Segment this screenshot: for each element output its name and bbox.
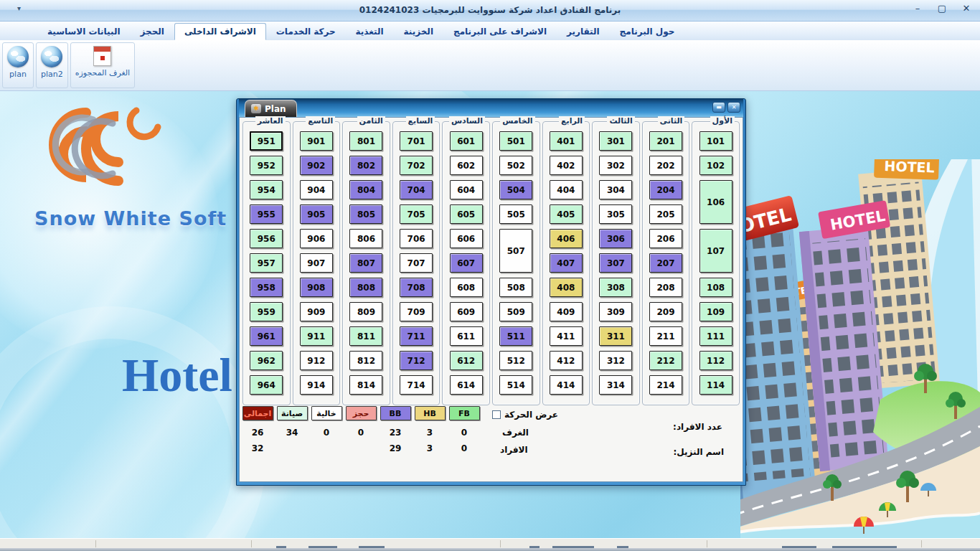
room-311[interactable]: 311 (599, 326, 632, 346)
room-704[interactable]: 704 (400, 180, 433, 199)
room-912[interactable]: 912 (300, 351, 333, 370)
legend-hb-button[interactable]: HB (415, 406, 446, 420)
room-911[interactable]: 911 (300, 326, 333, 346)
room-804[interactable]: 804 (349, 180, 382, 199)
room-108[interactable]: 108 (699, 278, 732, 297)
room-109[interactable]: 109 (699, 302, 732, 321)
room-909[interactable]: 909 (300, 302, 333, 321)
room-604[interactable]: 604 (450, 180, 483, 199)
room-907[interactable]: 907 (300, 253, 333, 273)
room-304[interactable]: 304 (599, 180, 632, 199)
room-101[interactable]: 101 (699, 131, 732, 151)
close-button[interactable]: ✕ (960, 3, 973, 14)
tab-about-program[interactable]: حول البرنامج (610, 23, 685, 40)
room-805[interactable]: 805 (349, 204, 382, 224)
room-807[interactable]: 807 (349, 253, 382, 273)
tab-basic-data[interactable]: البيانات الاساسية (37, 23, 131, 40)
room-211[interactable]: 211 (649, 326, 682, 346)
room-201[interactable]: 201 (649, 131, 682, 151)
room-958[interactable]: 958 (250, 278, 283, 297)
tab-services-movement[interactable]: حركة الخدمات (266, 23, 346, 40)
room-901[interactable]: 901 (300, 131, 333, 151)
room-502[interactable]: 502 (499, 156, 532, 175)
room-102[interactable]: 102 (699, 156, 732, 175)
room-961[interactable]: 961 (250, 326, 283, 346)
plan-window-tab[interactable]: ✱ Plan (245, 100, 297, 117)
room-512[interactable]: 512 (499, 351, 532, 370)
room-401[interactable]: 401 (550, 131, 583, 151)
room-514[interactable]: 514 (499, 375, 532, 395)
room-608[interactable]: 608 (450, 278, 483, 297)
room-106[interactable]: 106 (699, 180, 732, 224)
room-905[interactable]: 905 (300, 204, 333, 224)
room-308[interactable]: 308 (599, 278, 632, 297)
room-611[interactable]: 611 (450, 326, 483, 346)
show-movement-checkbox[interactable] (492, 410, 501, 419)
room-508[interactable]: 508 (499, 278, 532, 297)
room-812[interactable]: 812 (349, 351, 382, 370)
room-952[interactable]: 952 (250, 156, 283, 175)
room-414[interactable]: 414 (550, 375, 583, 395)
tab-program-supervision[interactable]: الاشراف على البرنامج (443, 23, 557, 40)
tab-reports[interactable]: التقارير (557, 23, 610, 40)
room-504[interactable]: 504 (499, 180, 532, 199)
room-114[interactable]: 114 (699, 375, 732, 395)
legend-maintenance-button[interactable]: صيانة (277, 406, 308, 420)
room-307[interactable]: 307 (599, 253, 632, 273)
plan-button[interactable]: plan (2, 42, 34, 88)
plan-close-button[interactable]: ✕ (727, 102, 740, 113)
minimize-button[interactable]: – (911, 3, 924, 14)
room-712[interactable]: 712 (400, 351, 433, 370)
room-605[interactable]: 605 (450, 204, 483, 224)
room-954[interactable]: 954 (250, 180, 283, 199)
room-702[interactable]: 702 (400, 156, 433, 175)
room-959[interactable]: 959 (250, 302, 283, 321)
legend-total-button[interactable]: اجمالى (242, 406, 273, 420)
room-904[interactable]: 904 (300, 180, 333, 199)
room-908[interactable]: 908 (300, 278, 333, 297)
room-205[interactable]: 205 (649, 204, 682, 224)
room-705[interactable]: 705 (400, 204, 433, 224)
room-507[interactable]: 507 (499, 229, 532, 273)
quick-access-arrow-icon[interactable]: ▾ (17, 4, 21, 12)
legend-reserved-button[interactable]: حجز (346, 406, 377, 420)
room-902[interactable]: 902 (300, 156, 333, 175)
room-606[interactable]: 606 (450, 229, 483, 248)
room-614[interactable]: 614 (450, 375, 483, 395)
legend-fb-button[interactable]: FB (449, 406, 480, 420)
room-802[interactable]: 802 (349, 156, 382, 175)
room-811[interactable]: 811 (349, 326, 382, 346)
room-956[interactable]: 956 (250, 229, 283, 248)
legend-vacant-button[interactable]: خالية (311, 406, 342, 420)
room-302[interactable]: 302 (599, 156, 632, 175)
plan2-button[interactable]: plan2 (36, 42, 68, 88)
room-706[interactable]: 706 (400, 229, 433, 248)
room-701[interactable]: 701 (400, 131, 433, 151)
room-112[interactable]: 112 (699, 351, 732, 370)
room-809[interactable]: 809 (349, 302, 382, 321)
legend-bb-button[interactable]: BB (380, 406, 411, 420)
room-612[interactable]: 612 (450, 351, 483, 370)
room-602[interactable]: 602 (450, 156, 483, 175)
room-511[interactable]: 511 (499, 326, 532, 346)
room-607[interactable]: 607 (450, 253, 483, 273)
room-501[interactable]: 501 (499, 131, 532, 151)
reserved-rooms-button[interactable]: الغرف المحجوزه (70, 42, 135, 88)
room-714[interactable]: 714 (400, 375, 433, 395)
room-301[interactable]: 301 (599, 131, 632, 151)
room-209[interactable]: 209 (649, 302, 682, 321)
room-312[interactable]: 312 (599, 351, 632, 370)
tab-catering[interactable]: التغذية (346, 23, 394, 40)
room-707[interactable]: 707 (400, 253, 433, 273)
room-406[interactable]: 406 (550, 229, 583, 248)
tab-booking[interactable]: الحجز (131, 23, 174, 40)
room-412[interactable]: 412 (550, 351, 583, 370)
room-402[interactable]: 402 (550, 156, 583, 175)
room-962[interactable]: 962 (250, 351, 283, 370)
room-957[interactable]: 957 (250, 253, 283, 273)
tab-treasury[interactable]: الخزينة (394, 23, 443, 40)
room-111[interactable]: 111 (699, 326, 732, 346)
room-409[interactable]: 409 (550, 302, 583, 321)
room-202[interactable]: 202 (649, 156, 682, 175)
room-212[interactable]: 212 (649, 351, 682, 370)
